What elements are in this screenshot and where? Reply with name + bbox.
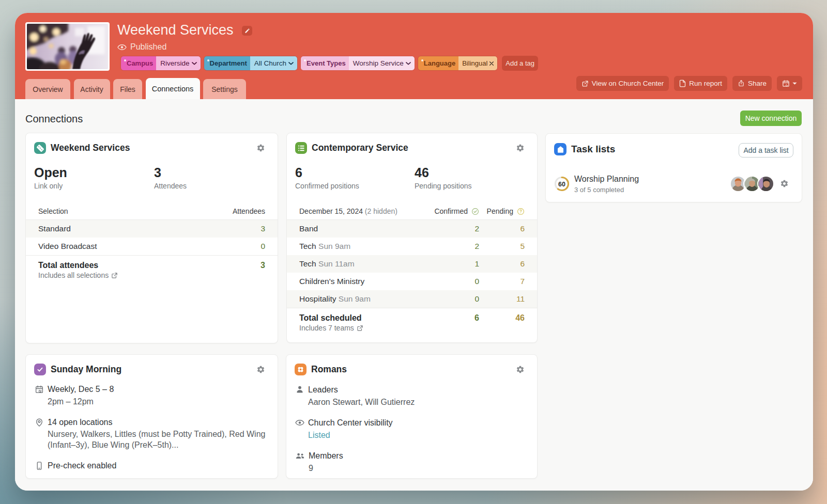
svg-text:60: 60 (558, 181, 565, 188)
